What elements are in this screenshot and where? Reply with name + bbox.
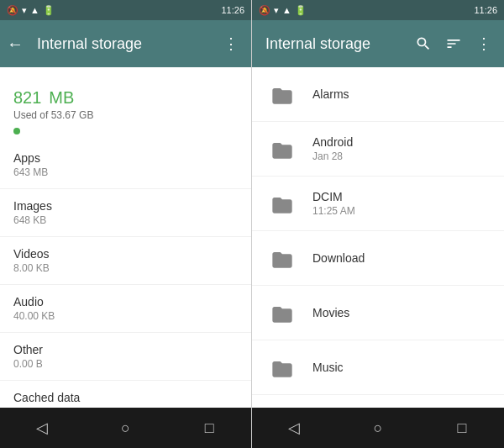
folder-dcim-name: DCIM (312, 190, 491, 203)
category-list: Apps 643 MB Images 648 KB Videos 8.00 KB… (0, 141, 251, 408)
folder-android-name: Android (312, 135, 491, 149)
folder-music[interactable]: Music (252, 340, 504, 395)
left-recents-nav[interactable]: □ (167, 419, 251, 437)
folder-dcim[interactable]: DCIM 11:25 AM (252, 177, 504, 231)
left-toolbar-title: Internal storage (37, 35, 211, 53)
right-nav-bar: ◁ ○ □ (252, 408, 504, 448)
category-videos-size: 8.00 KB (13, 262, 238, 274)
left-content: 821 MB Used of 53.67 GB Apps 643 MB Imag… (0, 67, 251, 408)
category-videos-name: Videos (13, 247, 238, 261)
category-images[interactable]: Images 648 KB (0, 189, 251, 237)
category-other-name: Other (13, 343, 238, 356)
storage-unit: MB (49, 88, 74, 107)
category-audio-size: 40.00 KB (13, 310, 238, 322)
left-menu-button[interactable]: ⋮ (218, 30, 244, 57)
category-apps-size: 643 MB (13, 166, 238, 178)
left-nav-bar: ◁ ○ □ (0, 408, 251, 448)
search-button[interactable] (410, 30, 437, 57)
sort-button[interactable] (440, 30, 467, 57)
folder-android-date: Jan 28 (312, 150, 491, 162)
folder-movies-icon (265, 296, 299, 329)
left-home-nav[interactable]: ○ (84, 419, 168, 437)
category-cached-name: Cached data (13, 391, 238, 404)
signal-icon: ▲ (30, 5, 39, 15)
storage-used: Used of 53.67 GB (13, 109, 238, 121)
right-menu-button[interactable]: ⋮ (470, 30, 497, 57)
category-images-name: Images (13, 199, 238, 213)
folder-alarms-name: Alarms (312, 87, 491, 101)
right-status-time: 11:26 (474, 5, 497, 15)
folder-movies-name: Movies (312, 306, 491, 319)
back-button[interactable]: ← (7, 34, 24, 54)
left-status-bar: 🔕 ▾ ▲ 🔋 11:26 (0, 0, 251, 20)
category-audio[interactable]: Audio 40.00 KB (0, 285, 251, 333)
folder-movies-info: Movies (312, 306, 491, 319)
right-time: 11:26 (474, 5, 497, 15)
folder-android-info: Android Jan 28 (312, 135, 491, 162)
left-time: 11:26 (221, 5, 244, 15)
category-images-size: 648 KB (13, 214, 238, 226)
storage-number: 821 (13, 88, 41, 107)
right-back-nav[interactable]: ◁ (252, 419, 336, 437)
folder-notifications[interactable]: Notifications (252, 395, 504, 408)
left-panel: 🔕 ▾ ▲ 🔋 11:26 ← Internal storage ⋮ 821 M… (0, 0, 251, 448)
right-status-bar: 🔕 ▾ ▲ 🔋 11:26 (252, 0, 504, 20)
folder-download[interactable]: Download (252, 231, 504, 286)
right-home-nav[interactable]: ○ (336, 419, 420, 437)
folder-list: Alarms Android Jan 28 DCIM 11:25 (252, 67, 504, 408)
right-recents-nav[interactable]: □ (420, 419, 504, 437)
right-notification-icon: 🔕 (259, 5, 270, 16)
folder-dcim-date: 11:25 AM (312, 205, 491, 217)
folder-download-info: Download (312, 251, 491, 265)
folder-music-icon (265, 350, 299, 384)
storage-indicator (13, 128, 20, 134)
battery-icon: 🔋 (43, 5, 55, 16)
category-apps[interactable]: Apps 643 MB (0, 141, 251, 189)
right-panel: 🔕 ▾ ▲ 🔋 11:26 Internal storage ⋮ (251, 0, 504, 448)
category-other[interactable]: Other 0.00 B (0, 333, 251, 381)
folder-download-name: Download (312, 251, 491, 265)
folder-android[interactable]: Android Jan 28 (252, 122, 504, 177)
folder-movies[interactable]: Movies (252, 286, 504, 340)
left-status-icons: 🔕 ▾ ▲ 🔋 (7, 5, 55, 16)
wifi-icon: ▾ (22, 5, 27, 16)
right-toolbar: Internal storage ⋮ (252, 20, 504, 67)
storage-header: 821 MB Used of 53.67 GB (0, 67, 251, 141)
folder-alarms-info: Alarms (312, 87, 491, 101)
folder-music-name: Music (312, 361, 491, 374)
folder-alarms-icon (265, 77, 299, 111)
right-wifi-icon: ▾ (274, 5, 279, 16)
category-audio-name: Audio (13, 295, 238, 308)
notification-icon: 🔕 (7, 5, 18, 16)
category-other-size: 0.00 B (13, 358, 238, 370)
right-toolbar-icons: ⋮ (410, 30, 497, 57)
folder-android-icon (265, 132, 299, 166)
folder-download-icon (265, 241, 299, 275)
right-signal-icon: ▲ (282, 5, 291, 15)
folder-music-info: Music (312, 361, 491, 374)
left-toolbar: ← Internal storage ⋮ (0, 20, 251, 67)
folder-dcim-icon (265, 187, 299, 220)
category-apps-name: Apps (13, 151, 238, 165)
left-status-time: 11:26 (221, 5, 244, 15)
left-back-nav[interactable]: ◁ (0, 419, 84, 437)
right-toolbar-title: Internal storage (259, 35, 410, 53)
folder-dcim-info: DCIM 11:25 AM (312, 190, 491, 217)
storage-amount: 821 MB (13, 81, 238, 108)
right-battery-icon: 🔋 (295, 5, 307, 16)
right-status-icons: 🔕 ▾ ▲ 🔋 (259, 5, 307, 16)
folder-alarms[interactable]: Alarms (252, 67, 504, 122)
category-videos[interactable]: Videos 8.00 KB (0, 237, 251, 285)
category-cached[interactable]: Cached data 22.02 MB (0, 381, 251, 408)
